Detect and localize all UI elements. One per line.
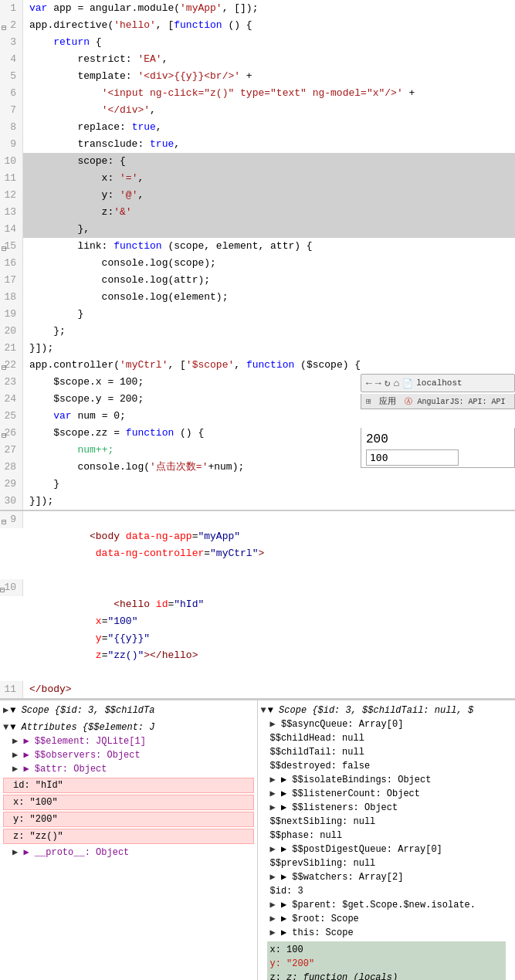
scope-highlight-box: x: 100 y: "200" z: z: function (locals): [267, 941, 507, 980]
scope-right-title: ▼ ▼ Scope {$id: 3, $$childTail: null, $: [261, 704, 513, 717]
z-attr: z: "zz()": [3, 829, 254, 844]
code-line-4: 4 restrict: 'EA',: [0, 51, 515, 68]
code-line-11: 11 x: '=',: [0, 170, 515, 187]
code-line-2: 2⊟ app.directive('hello', [function () {: [0, 17, 515, 34]
post-digest-queue: ▶ ▶ $$postDigestQueue: Array[0]: [261, 843, 513, 856]
browser-output: 200: [361, 428, 515, 468]
back-button[interactable]: ←: [366, 378, 372, 389]
code-line-6: 6 '<input ng-click="z()" type="text" ng-…: [0, 85, 515, 102]
attr-item: ▶ ▶ $attr: Object: [3, 762, 254, 776]
child-head: $$childHead: null: [261, 731, 513, 745]
angular-label: AngularJS: API: API: [417, 398, 505, 406]
attrs-title: ▼ ▼ Attributes {$$element: J: [3, 721, 254, 734]
listener-count: ▶ ▶ $$listenerCount: Object: [261, 787, 513, 801]
url-display: localhost: [416, 378, 462, 388]
scope-id: $id: 3: [261, 884, 513, 898]
code-line-20: 20 };: [0, 323, 515, 340]
html-code-section: 9⊟ <body data-ng-app="myApp" data-ng-con…: [0, 510, 515, 698]
listeners: ▶ ▶ $$listeners: Object: [261, 801, 513, 815]
x-attr: x: "100": [3, 795, 254, 810]
code-line-9: 9 transclude: true,: [0, 136, 515, 153]
input-field-100[interactable]: [366, 449, 459, 466]
debug-panels-row1: ▶ ▼ Scope {$id: 3, $$childTa ▼ ▼ Attribu…: [0, 699, 515, 980]
next-sibling: $$nextSibling: null: [261, 815, 513, 829]
y-scope-val: y: "200": [270, 957, 503, 971]
code-line-3: 3 return {: [0, 34, 515, 51]
code-line-15: 15⊟ link: function (scope, element, attr…: [0, 238, 515, 255]
apps-bar: ⊞ 应用 Ⓐ AngularJS: API: API: [361, 394, 515, 409]
code-line-14: 14 },: [0, 221, 515, 238]
this-scope: ▶ ▶ this: Scope: [261, 926, 513, 940]
code-line-13: 13 z:'&': [0, 204, 515, 221]
code-line-7: 7 '</div>',: [0, 102, 515, 119]
parent-scope: ▶ ▶ $parent: $get.Scope.$new.isolate.: [261, 898, 513, 912]
code-line-16: 16 console.log(scope);: [0, 255, 515, 272]
browser-toolbar: ← → ↻ ⌂ 📄 localhost: [361, 374, 515, 392]
code-line-22: 22⊟ app.controller('myCtrl', ['$scope', …: [0, 357, 515, 374]
scope-left-title: ▶ ▼ Scope {$id: 3, $$childTa: [3, 704, 254, 717]
code-line-21: 21 }]);: [0, 340, 515, 357]
code-editor: 1 var app = angular.module('myApp', []);…: [0, 0, 515, 699]
code-line-18: 18 console.log(element);: [0, 289, 515, 306]
async-queue: ▶ $$asyncQueue: Array[0]: [261, 717, 513, 731]
html-line-10: 10⊟ <hello id="hId" x="100" y="{{y}}" z=…: [0, 579, 515, 681]
observers-item: ▶ ▶ $$observers: Object: [3, 748, 254, 762]
code-line-12: 12 y: '@',: [0, 187, 515, 204]
main-container: 1 var app = angular.module('myApp', []);…: [0, 0, 515, 980]
html-line-11: 11 </body>: [0, 681, 515, 698]
z-scope-fn: z: z: function (locals): [270, 971, 503, 980]
home-button[interactable]: ⌂: [393, 378, 399, 389]
html-line-9: 9⊟ <body data-ng-app="myApp" data-ng-con…: [0, 511, 515, 579]
code-line-10: 10 scope: {: [0, 153, 515, 170]
code-line-1: 1 var app = angular.module('myApp', []);: [0, 0, 515, 17]
y-attr: y: "200": [3, 812, 254, 827]
isolate-bindings: ▶ ▶ $$isolateBindings: Object: [261, 773, 513, 787]
code-line-17: 17 console.log(attr);: [0, 272, 515, 289]
code-line-25: 25 var num = 0;: [0, 408, 515, 425]
watchers: ▶ ▶ $$watchers: Array[2]: [261, 870, 513, 884]
apps-label: 应用: [379, 397, 396, 406]
element-item: ▶ ▶ $$element: JQLite[1]: [3, 734, 254, 748]
code-line-29: 29 }: [0, 476, 515, 493]
root-scope: ▶ ▶ $root: Scope: [261, 912, 513, 926]
code-line-8: 8 replace: true,: [0, 119, 515, 136]
forward-button[interactable]: →: [375, 378, 381, 389]
debug-right-panel: ▼ ▼ Scope {$id: 3, $$childTail: null, $ …: [258, 700, 516, 980]
x-scope-val: x: 100: [270, 943, 503, 957]
destroyed: $$destroyed: false: [261, 759, 513, 773]
id-attr: id: "hId": [3, 778, 254, 793]
code-lines-with-overlay: ← → ↻ ⌂ 📄 localhost ⊞ 应用 Ⓐ AngularJS: AP…: [0, 374, 515, 510]
code-line-19: 19 }: [0, 306, 515, 323]
page-icon: 📄: [402, 378, 413, 388]
output-200: 200: [366, 429, 510, 449]
child-tail: $$childTail: null: [261, 745, 513, 759]
angular-icon: Ⓐ: [405, 398, 412, 406]
phase: $$phase: null: [261, 829, 513, 843]
debug-left-panel: ▶ ▼ Scope {$id: 3, $$childTa ▼ ▼ Attribu…: [0, 700, 258, 980]
code-line-30: 30 }]);: [0, 493, 515, 510]
refresh-button[interactable]: ↻: [385, 377, 391, 389]
prev-sibling: $$prevSibling: null: [261, 856, 513, 870]
code-line-5: 5 template: '<div>{{y}}<br/>' +: [0, 68, 515, 85]
proto-item: ▶ ▶ __proto__: Object: [3, 846, 254, 860]
